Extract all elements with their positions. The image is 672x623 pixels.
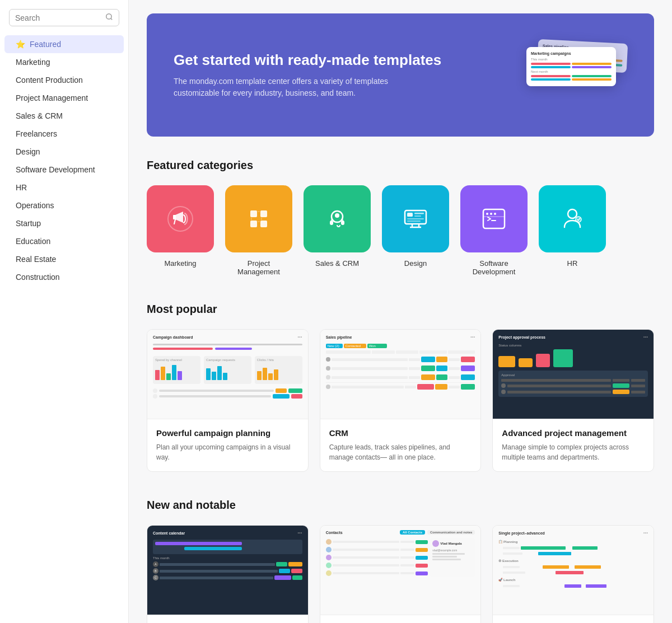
hero-image: Sales pipeline Marketing campaigns This … (515, 36, 627, 114)
project-management-label: ProjectManagement (237, 259, 280, 276)
category-card-software-development[interactable]: SoftwareDevelopment (460, 185, 528, 276)
preview-header-content-calendar: Content calendar ··· (153, 530, 302, 536)
svg-rect-16 (341, 221, 344, 225)
card-preview-contacts: Contacts All Contacts Communication and … (320, 526, 481, 615)
hero-mockup-front: Marketing campaigns This month Next mont… (526, 47, 616, 86)
svg-rect-26 (407, 221, 421, 222)
card-body-campaign: Powerful campaign planning Plan all your… (147, 419, 308, 471)
categories-grid: Marketing ProjectManagemen (147, 185, 654, 276)
sidebar-item-startup[interactable]: Startup (4, 214, 124, 232)
svg-rect-25 (407, 218, 424, 219)
sidebar-item-operations[interactable]: Operations (4, 196, 124, 214)
card-preview-advanced-single-project: Single project–advanced ··· 📋 Planning (493, 526, 654, 615)
card-preview-campaign: Campaign dashboard ··· Spend by channel (147, 330, 308, 419)
sidebar-item-construction[interactable]: Construction (4, 268, 124, 286)
sidebar-item-design[interactable]: Design (4, 143, 124, 161)
sales-crm-label: Sales & CRM (315, 259, 359, 268)
card-desc-crm: Capture leads, track sales pipelines, an… (329, 442, 472, 462)
marketing-label: Marketing (164, 259, 196, 268)
sidebar-item-real-estate[interactable]: Real Estate (4, 250, 124, 268)
project-management-icon-bg (225, 185, 292, 252)
card-desc-campaign: Plan all your upcoming campaigns in a vi… (156, 442, 299, 462)
star-icon: ⭐ (16, 40, 25, 49)
svg-rect-18 (405, 210, 426, 224)
search-container[interactable] (9, 9, 119, 26)
sidebar-item-marketing[interactable]: Marketing (4, 53, 124, 71)
svg-line-5 (174, 219, 175, 224)
preview-header-contacts: Contacts All Contacts Communication and … (326, 530, 475, 535)
category-card-project-management[interactable]: ProjectManagement (225, 185, 292, 276)
headset-icon (322, 204, 352, 234)
hero-description: The monday.com template center offers a … (174, 76, 409, 99)
person-icon (557, 204, 587, 234)
hero-banner: Get started with ready-made templates Th… (147, 13, 654, 137)
template-card-campaign-planning[interactable]: Campaign dashboard ··· Spend by channel (147, 329, 309, 472)
sidebar-item-education[interactable]: Education (4, 232, 124, 250)
category-card-marketing[interactable]: Marketing (147, 185, 214, 276)
card-title-campaign: Powerful campaign planning (156, 428, 299, 438)
svg-rect-24 (414, 216, 421, 217)
software-dev-icon-bg (460, 185, 528, 252)
monitor-icon (400, 204, 431, 234)
template-card-advanced-project[interactable]: Project approval process ··· Status colu… (492, 329, 654, 472)
card-title-crm: CRM (329, 428, 472, 438)
hero-text: Get started with ready-made templates Th… (174, 51, 441, 99)
card-body-advanced-single-project: Advanced Single Project Monitor every de… (493, 615, 654, 623)
sales-crm-icon-bg (304, 185, 371, 252)
category-card-sales-crm[interactable]: Sales & CRM (304, 185, 371, 276)
preview-header-advanced-single-project: Single project–advanced ··· (498, 530, 648, 536)
sidebar-item-software-development[interactable]: Software Development (4, 161, 124, 179)
sidebar-nav: ⭐ Featured Marketing Content Production … (0, 35, 128, 286)
software-development-label: SoftwareDevelopment (473, 259, 516, 276)
hr-label: HR (567, 259, 578, 268)
preview-header-advanced-project: Project approval process ··· (498, 334, 648, 340)
search-icon (105, 13, 113, 22)
notable-section: New and notable Content calendar ··· T (147, 499, 654, 623)
category-card-design[interactable]: Design (382, 185, 449, 276)
svg-point-28 (486, 213, 488, 215)
notable-section-title: New and notable (147, 499, 654, 512)
svg-marker-3 (175, 212, 183, 223)
template-card-advanced-single-project[interactable]: Single project–advanced ··· 📋 Planning (492, 525, 654, 623)
popular-section-title: Most popular (147, 303, 654, 316)
card-body-contacts: Contacts Keep track of all contact infor… (320, 615, 481, 623)
card-preview-content-calendar: Content calendar ··· This month A (147, 526, 308, 615)
card-body-content-calendar: Content calendar Manage all your content… (147, 615, 308, 623)
featured-section-title: Featured categories (147, 159, 654, 172)
svg-rect-22 (407, 213, 413, 217)
card-title-advanced-project: Advanced project management (502, 428, 645, 438)
sidebar-item-featured[interactable]: ⭐ Featured (4, 35, 124, 53)
card-body-advanced-project: Advanced project management Manage simpl… (493, 419, 654, 471)
template-card-crm[interactable]: Sales pipeline ··· New (2) Contacted Won (320, 329, 482, 472)
svg-point-29 (490, 213, 492, 215)
main-content: Get started with ready-made templates Th… (129, 0, 672, 623)
svg-line-1 (111, 18, 113, 20)
notable-cards-grid: Content calendar ··· This month A (147, 525, 654, 623)
preview-header-campaign: Campaign dashboard ··· (153, 334, 302, 340)
svg-rect-7 (260, 210, 267, 217)
code-icon (479, 204, 509, 234)
popular-section: Most popular Campaign dashboard ··· (147, 303, 654, 472)
megaphone-icon (165, 204, 195, 234)
marketing-icon-bg (147, 185, 214, 252)
sidebar-item-content-production[interactable]: Content Production (4, 71, 124, 89)
search-input[interactable] (15, 13, 103, 22)
sidebar-item-sales-crm[interactable]: Sales & CRM (4, 107, 124, 125)
svg-point-17 (335, 213, 339, 218)
design-icon-bg (382, 185, 449, 252)
grid-view-icon (244, 204, 274, 234)
hero-title: Get started with ready-made templates (174, 51, 441, 69)
preview-header-crm: Sales pipeline ··· (326, 334, 475, 340)
svg-rect-6 (250, 210, 257, 217)
template-card-contacts[interactable]: Contacts All Contacts Communication and … (320, 525, 482, 623)
svg-point-0 (106, 14, 111, 19)
svg-rect-8 (250, 221, 257, 227)
svg-point-34 (576, 217, 581, 222)
svg-point-33 (568, 209, 577, 218)
sidebar-item-hr[interactable]: HR (4, 179, 124, 196)
template-card-content-calendar[interactable]: Content calendar ··· This month A (147, 525, 309, 623)
svg-rect-23 (414, 213, 424, 214)
category-card-hr[interactable]: HR (539, 185, 606, 276)
sidebar-item-project-management[interactable]: Project Management (4, 89, 124, 107)
sidebar-item-freelancers[interactable]: Freelancers (4, 125, 124, 143)
